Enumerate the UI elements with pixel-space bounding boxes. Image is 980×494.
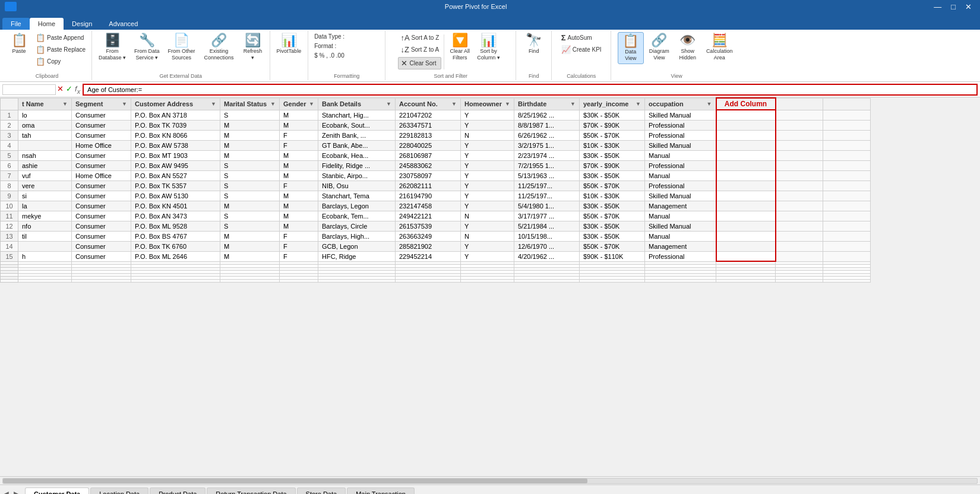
table-row[interactable]: 9 si Consumer P.O. Box AW 5130 S M Stanc… [1,191,871,201]
table-row[interactable]: 1 lo Consumer P.O. Box AN 3718 S M Stanc… [1,110,871,120]
birthdate-filter-icon[interactable]: ▼ [570,101,576,107]
cell-marital-15[interactable]: M [220,251,280,261]
table-row[interactable]: 2 oma Consumer P.O. Box TK 7039 M M Ecob… [1,120,871,130]
cell-homeowner-8[interactable]: Y [461,180,514,191]
paste-append-button[interactable]: 📋 Paste Append [33,32,88,43]
clear-sort-button[interactable]: ✕ Clear Sort [398,57,441,69]
cell-bank-8[interactable]: NIB, Osu [318,180,396,191]
cell-segment-13[interactable]: Consumer [72,231,131,241]
cell-gender-5[interactable]: M [280,150,318,160]
cell-account-11[interactable]: 249422121 [396,211,461,221]
existing-connections-button[interactable]: 🔗 ExistingConnections [201,32,238,63]
cell-account-12[interactable]: 261537539 [396,221,461,231]
cell-marital-9[interactable]: S [220,191,280,201]
cell-birthdate-7[interactable]: 5/13/1963 ... [514,170,580,180]
data-view-button[interactable]: 📋 DataView [618,32,644,64]
cell-addcol-13[interactable] [716,231,776,241]
formula-input[interactable] [83,84,978,96]
cell-bank-14[interactable]: GCB, Legon [318,241,396,251]
diagram-view-button[interactable]: 🔗 DiagramView [646,32,672,63]
table-row[interactable]: 5 nsah Consumer P.O. Box MT 1903 M M Eco… [1,150,871,160]
cell-bank-5[interactable]: Ecobank, Hea... [318,150,396,160]
cell-marital-6[interactable]: S [220,160,280,170]
cell-addcol-11[interactable] [716,211,776,221]
cell-income-14[interactable]: $50K - $70K [580,241,645,251]
cell-birthdate-3[interactable]: 6/26/1962 ... [514,130,580,140]
from-database-button[interactable]: 🗄️ FromDatabase ▾ [96,32,129,63]
tab-file[interactable]: File [2,18,30,30]
cell-segment-8[interactable]: Consumer [72,180,131,191]
cell-occupation-10[interactable]: Management [645,201,716,211]
cell-marital-8[interactable]: S [220,180,280,191]
cell-occupation-14[interactable]: Management [645,241,716,251]
horizontal-scrollbar[interactable] [0,476,980,484]
cell-marital-5[interactable]: M [220,150,280,160]
cell-occupation-11[interactable]: Manual [645,211,716,221]
segment-filter-icon[interactable]: ▼ [122,101,127,107]
cell-addcol-9[interactable] [716,191,776,201]
cell-segment-2[interactable]: Consumer [72,120,131,130]
cell-custname-5[interactable]: nsah [18,150,72,160]
col-header-marital[interactable]: Marital Status ▼ [220,98,280,110]
cell-addcol-10[interactable] [716,201,776,211]
cell-bank-6[interactable]: Fidelity, Ridge ... [318,160,396,170]
cell-homeowner-2[interactable]: Y [461,120,514,130]
close-btn[interactable]: ✕ [962,2,975,11]
maximize-btn[interactable]: □ [947,2,959,11]
table-row[interactable]: 4 Home Office P.O. Box AW 5738 M F GT Ba… [1,140,871,150]
sheet-nav-prev[interactable]: ◀ [2,489,9,495]
cell-segment-4[interactable]: Home Office [72,140,131,150]
cell-segment-12[interactable]: Consumer [72,221,131,231]
cell-segment-11[interactable]: Consumer [72,211,131,221]
cell-custname-6[interactable]: ashie [18,160,72,170]
cell-segment-14[interactable]: Consumer [72,241,131,251]
tab-home[interactable]: Home [30,18,64,30]
refresh-button[interactable]: 🔄 Refresh▾ [240,32,266,63]
cell-account-9[interactable]: 216194790 [396,191,461,201]
cell-gender-11[interactable]: M [280,211,318,221]
cell-address-2[interactable]: P.O. Box TK 7039 [131,120,220,130]
tab-customer-data[interactable]: Customer Data [25,487,89,495]
cell-addcol-2[interactable] [716,120,776,130]
sort-z-to-a-button[interactable]: ↓Z Sort Z to A [398,44,441,55]
cell-account-4[interactable]: 228040025 [396,140,461,150]
find-button[interactable]: 🔭 Find [521,32,547,56]
col-header-account[interactable]: Account No. ▼ [396,98,461,110]
cell-gender-3[interactable]: F [280,130,318,140]
cell-segment-9[interactable]: Consumer [72,191,131,201]
tab-product-data[interactable]: Product Data [150,487,206,494]
table-row[interactable]: 13 til Consumer P.O. Box BS 4767 M F Bar… [1,231,871,241]
cell-gender-8[interactable]: F [280,180,318,191]
create-kpi-button[interactable]: 📈 Create KPI [559,44,604,55]
cell-account-13[interactable]: 263663249 [396,231,461,241]
bank-filter-icon[interactable]: ▼ [386,101,391,107]
sort-by-column-button[interactable]: 📊 Sort byColumn ▾ [474,32,503,63]
cell-income-6[interactable]: $70K - $90K [580,160,645,170]
tab-store-data[interactable]: Store Data [297,487,346,494]
cell-bank-15[interactable]: HFC, Ridge [318,251,396,261]
cell-account-10[interactable]: 232147458 [396,201,461,211]
cell-marital-10[interactable]: M [220,201,280,211]
sheet-nav-next[interactable]: ▶ [14,489,20,495]
cell-homeowner-15[interactable]: Y [461,251,514,261]
cell-homeowner-10[interactable]: Y [461,201,514,211]
col-header-homeowner[interactable]: Homeowner ▼ [461,98,514,110]
cell-addcol-8[interactable] [716,180,776,191]
cell-addcol-14[interactable] [716,241,776,251]
cell-custname-12[interactable]: nfo [18,221,72,231]
cell-address-1[interactable]: P.O. Box AN 3718 [131,110,220,120]
cell-segment-15[interactable]: Consumer [72,251,131,261]
table-row[interactable]: 10 la Consumer P.O. Box KN 4501 M M Barc… [1,201,871,211]
cell-addcol-15[interactable] [716,251,776,261]
cell-marital-11[interactable]: S [220,211,280,221]
cell-custname-2[interactable]: oma [18,120,72,130]
paste-button[interactable]: 📋 Paste [6,32,32,56]
cell-addcol-4[interactable] [716,140,776,150]
insert-function-icon[interactable]: fx [75,84,80,95]
cell-gender-1[interactable]: M [280,110,318,120]
cell-address-14[interactable]: P.O. Box TK 6760 [131,241,220,251]
table-row[interactable]: 11 mekye Consumer P.O. Box AN 3473 S M E… [1,211,871,221]
cell-addcol-1[interactable] [716,110,776,120]
calculation-area-button[interactable]: 🧮 CalculationArea [703,32,736,63]
cell-occupation-15[interactable]: Professional [645,251,716,261]
